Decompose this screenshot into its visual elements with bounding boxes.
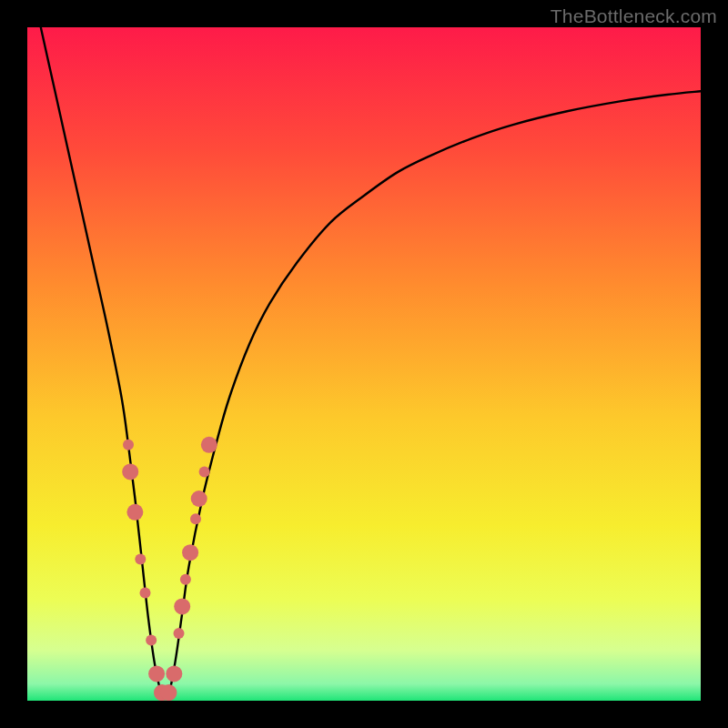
highlight-marker <box>166 665 182 682</box>
highlight-marker <box>199 466 210 477</box>
highlight-marker <box>174 628 185 639</box>
highlight-marker <box>122 463 138 480</box>
highlight-marker <box>160 684 177 701</box>
highlight-marker <box>182 544 198 561</box>
highlight-marker <box>123 440 134 450</box>
highlight-marker <box>191 490 207 507</box>
highlight-marker <box>135 554 146 565</box>
bottleneck-chart <box>27 27 701 701</box>
highlight-marker <box>146 634 157 645</box>
highlight-marker <box>148 665 165 682</box>
chart-frame: TheBottleneck.com <box>0 0 728 728</box>
highlight-marker <box>126 504 143 521</box>
highlight-marker <box>174 598 190 614</box>
watermark-label: TheBottleneck.com <box>551 5 717 27</box>
highlight-marker <box>140 588 151 599</box>
highlight-marker <box>180 574 191 585</box>
gradient-background <box>27 27 701 701</box>
highlight-marker <box>201 437 217 453</box>
plot-area <box>27 27 701 701</box>
highlight-marker <box>190 513 201 524</box>
